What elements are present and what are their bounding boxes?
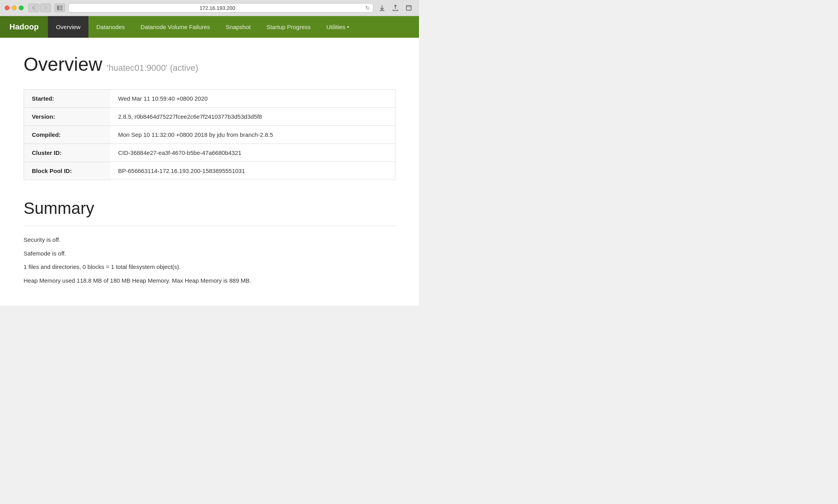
main-content: Overview 'huatec01:9000' (active) Starte… xyxy=(0,38,419,305)
summary-divider xyxy=(24,226,395,226)
browser-actions xyxy=(377,4,414,12)
forward-button[interactable] xyxy=(40,4,51,12)
traffic-lights xyxy=(5,6,24,10)
nav-item-startup-progress[interactable]: Startup Progress xyxy=(259,16,319,38)
table-row-compiled: Compiled: Mon Sep 10 11:32:00 +0800 2018… xyxy=(24,126,395,144)
address-bar-input[interactable]: 172.16.193.200 xyxy=(72,5,363,11)
back-button[interactable] xyxy=(28,4,39,12)
table-label-version: Version: xyxy=(24,108,110,126)
table-value-started: Wed Mar 11 10:59:40 +0800 2020 xyxy=(110,90,395,108)
svg-rect-3 xyxy=(60,9,62,10)
table-value-block-pool-id: BP-656663114-172.16.193.200-158389555103… xyxy=(110,162,395,180)
reload-button[interactable]: ↻ xyxy=(365,5,370,11)
browser-chrome: 172.16.193.200 ↻ xyxy=(0,0,419,16)
summary-line-files: 1 files and directories, 0 blocks = 1 to… xyxy=(24,263,395,272)
share-button[interactable] xyxy=(390,4,401,12)
table-value-compiled: Mon Sep 10 11:32:00 +0800 2018 by jdu fr… xyxy=(110,126,395,144)
svg-rect-2 xyxy=(60,7,62,9)
table-label-compiled: Compiled: xyxy=(24,126,110,144)
browser-titlebar: 172.16.193.200 ↻ xyxy=(0,0,419,16)
table-row-started: Started: Wed Mar 11 10:59:40 +0800 2020 xyxy=(24,90,395,108)
nav-item-utilities[interactable]: Utilities ▾ xyxy=(318,16,357,38)
nav-buttons xyxy=(28,4,51,12)
hadoop-brand: Hadoop xyxy=(0,16,48,38)
nav-items: Overview Datanodes Datanode Volume Failu… xyxy=(48,16,357,38)
summary-line-heap: Heap Memory used 118.8 MB of 180 MB Heap… xyxy=(24,276,395,285)
svg-rect-4 xyxy=(406,6,411,10)
hadoop-navbar: Hadoop Overview Datanodes Datanode Volum… xyxy=(0,16,419,38)
table-value-cluster-id: CID-36884e27-ea3f-4670-b5be-47a6680b4321 xyxy=(110,144,395,162)
table-row-block-pool-id: Block Pool ID: BP-656663114-172.16.193.2… xyxy=(24,162,395,180)
close-button[interactable] xyxy=(5,6,9,10)
nav-item-snapshot[interactable]: Snapshot xyxy=(218,16,258,38)
page-title: Overview xyxy=(24,53,102,75)
table-label-cluster-id: Cluster ID: xyxy=(24,144,110,162)
maximize-button[interactable] xyxy=(19,6,24,10)
utilities-dropdown-arrow: ▾ xyxy=(347,25,349,29)
svg-rect-0 xyxy=(57,6,59,10)
nav-item-datanode-volume-failures[interactable]: Datanode Volume Failures xyxy=(133,16,218,38)
download-button[interactable] xyxy=(377,4,388,12)
page-heading: Overview 'huatec01:9000' (active) xyxy=(24,53,395,75)
nav-item-overview[interactable]: Overview xyxy=(48,16,88,38)
table-label-started: Started: xyxy=(24,90,110,108)
minimize-button[interactable] xyxy=(12,6,17,10)
nav-item-datanodes[interactable]: Datanodes xyxy=(88,16,133,38)
summary-line-security: Security is off. xyxy=(24,235,395,245)
svg-rect-1 xyxy=(60,6,62,7)
table-row-cluster-id: Cluster ID: CID-36884e27-ea3f-4670-b5be-… xyxy=(24,144,395,162)
table-label-block-pool-id: Block Pool ID: xyxy=(24,162,110,180)
sidebar-toggle-button[interactable] xyxy=(54,4,65,12)
new-tab-button[interactable] xyxy=(403,4,414,12)
info-table: Started: Wed Mar 11 10:59:40 +0800 2020 … xyxy=(24,89,395,180)
page-subtitle: 'huatec01:9000' (active) xyxy=(107,63,198,73)
table-value-version: 2.8.5, r0b8464d75227fcee2c6e7f2410377b3d… xyxy=(110,108,395,126)
table-row-version: Version: 2.8.5, r0b8464d75227fcee2c6e7f2… xyxy=(24,108,395,126)
summary-heading: Summary xyxy=(24,199,395,218)
address-bar-container: 172.16.193.200 ↻ xyxy=(68,3,373,13)
summary-line-safemode: Safemode is off. xyxy=(24,249,395,258)
